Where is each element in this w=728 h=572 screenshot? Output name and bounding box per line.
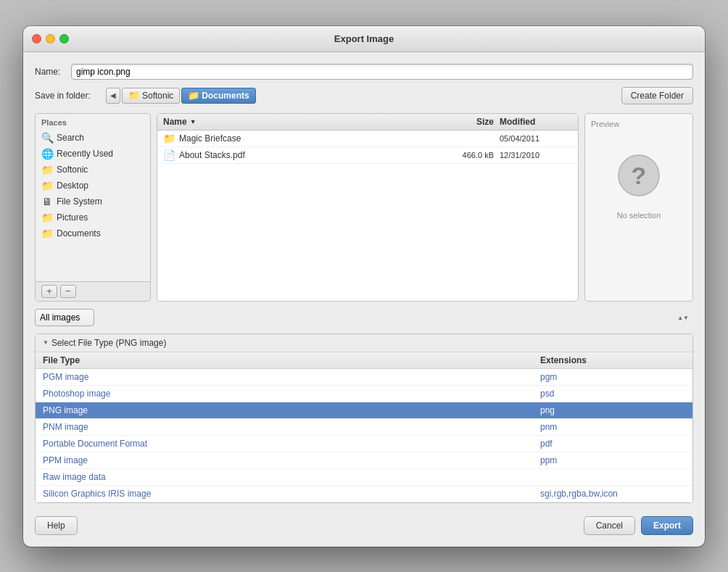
save-in-label: Save in folder: — [35, 91, 100, 101]
breadcrumb-nav: ◀ 📁 Softonic 📁 Documents — [106, 88, 256, 104]
places-search-label: Search — [57, 133, 84, 143]
pnm-ext-label: pnm — [540, 422, 685, 432]
file-table-body: 📁 Magic Briefcase 05/04/2011 📄 About Sta… — [157, 130, 578, 301]
breadcrumb-documents-label: Documents — [202, 91, 249, 101]
file-type-section-label: Select File Type (PNG image) — [51, 338, 167, 348]
size-column-label: Size — [476, 117, 494, 127]
pdf-type-label: Portable Document Format — [43, 439, 540, 449]
folder-icon: 📁 — [163, 133, 175, 144]
file-row-magic-briefcase[interactable]: 📁 Magic Briefcase 05/04/2011 — [157, 130, 578, 147]
file-type-col-label: File Type — [43, 355, 540, 365]
places-recently-used-label: Recently Used — [57, 149, 113, 159]
pgm-type-label: PGM image — [43, 372, 540, 382]
pictures-folder-icon: 📁 — [41, 212, 53, 223]
folder-icon-active: 📁 — [188, 90, 199, 101]
pgm-ext-label: pgm — [540, 372, 685, 382]
filter-row: All images PNG image JPEG image TIFF ima… — [35, 309, 693, 326]
places-filesystem-label: File System — [57, 196, 102, 207]
places-item-search[interactable]: 🔍 Search — [36, 130, 150, 146]
col-size-header[interactable]: Size — [442, 117, 500, 127]
breadcrumb-softonic[interactable]: 📁 Softonic — [122, 88, 180, 104]
file-type-ppm[interactable]: PPM image ppm — [36, 452, 692, 469]
window-title: Export Image — [334, 33, 394, 44]
dialog-content: Name: Save in folder: ◀ 📁 Softonic 📁 Doc… — [23, 52, 705, 547]
places-panel: Places 🔍 Search 🌐 Recently Used 📁 Softon… — [35, 113, 151, 281]
places-item-documents[interactable]: 📁 Documents — [36, 225, 150, 241]
places-desktop-label: Desktop — [57, 181, 88, 191]
search-icon: 🔍 — [41, 132, 53, 144]
raw-type-label: Raw image data — [43, 472, 540, 482]
recently-used-icon: 🌐 — [41, 148, 53, 159]
col-modified-header[interactable]: Modified — [500, 117, 572, 127]
no-selection-label: No selection — [617, 211, 661, 220]
filesystem-icon: 🖥 — [41, 196, 53, 207]
col-name-header[interactable]: Name ▼ — [163, 117, 442, 127]
minimize-button[interactable] — [46, 34, 55, 43]
places-documents-label: Documents — [57, 228, 101, 239]
file-type-header[interactable]: ▼ Select File Type (PNG image) — [36, 334, 692, 352]
breadcrumb-documents[interactable]: 📁 Documents — [181, 88, 255, 104]
file-type-pnm[interactable]: PNM image pnm — [36, 419, 692, 436]
file-type-png[interactable]: PNG image png — [36, 402, 692, 419]
places-panel-wrapper: Places 🔍 Search 🌐 Recently Used 📁 Softon… — [35, 113, 151, 302]
places-remove-button[interactable]: − — [60, 285, 76, 298]
save-in-row: Save in folder: ◀ 📁 Softonic 📁 Documents… — [35, 87, 693, 104]
documents-folder-icon: 📁 — [41, 228, 53, 239]
help-button[interactable]: Help — [35, 516, 78, 535]
file-name-about-stacks: About Stacks.pdf — [179, 150, 442, 160]
cancel-button[interactable]: Cancel — [584, 516, 635, 535]
filter-select-wrapper: All images PNG image JPEG image TIFF ima… — [35, 309, 693, 326]
ppm-type-label: PPM image — [43, 455, 540, 465]
softonic-folder-icon: 📁 — [41, 164, 53, 175]
file-size-about-stacks: 466.0 kB — [442, 151, 500, 159]
ppm-ext-label: ppm — [540, 455, 685, 465]
file-date-magic-briefcase: 05/04/2011 — [500, 134, 572, 143]
maximize-button[interactable] — [59, 34, 69, 43]
bottom-buttons: Help Cancel Export — [35, 512, 693, 535]
name-column-label: Name — [163, 117, 187, 127]
sort-arrow: ▼ — [190, 118, 197, 125]
name-input[interactable] — [71, 64, 693, 80]
places-item-desktop[interactable]: 📁 Desktop — [36, 178, 150, 194]
nav-back-button[interactable]: ◀ — [106, 88, 120, 104]
name-label: Name: — [35, 67, 64, 77]
file-name-magic-briefcase: Magic Briefcase — [179, 133, 442, 144]
places-item-pictures[interactable]: 📁 Pictures — [36, 210, 150, 225]
places-item-softonic[interactable]: 📁 Softonic — [36, 162, 150, 178]
main-area: Places 🔍 Search 🌐 Recently Used 📁 Softon… — [35, 113, 693, 302]
export-image-dialog: Export Image Name: Save in folder: ◀ 📁 S… — [23, 26, 705, 547]
png-type-label: PNG image — [43, 405, 540, 415]
export-button[interactable]: Export — [641, 516, 693, 535]
places-item-recently-used[interactable]: 🌐 Recently Used — [36, 146, 150, 162]
file-type-table-header: File Type Extensions — [36, 352, 692, 369]
expand-triangle-icon: ▼ — [43, 339, 49, 346]
places-add-button[interactable]: + — [41, 285, 57, 298]
pdf-ext-label: pdf — [540, 439, 685, 449]
file-type-psd[interactable]: Photoshop image psd — [36, 386, 692, 402]
preview-panel: Preview ? No selection — [584, 113, 693, 302]
file-type-raw[interactable]: Raw image data — [36, 469, 692, 486]
file-row-about-stacks[interactable]: 📄 About Stacks.pdf 466.0 kB 12/31/2010 — [157, 147, 578, 164]
preview-icon: ? — [613, 150, 664, 201]
psd-type-label: Photoshop image — [43, 389, 540, 399]
back-arrow-icon: ◀ — [110, 91, 116, 99]
folder-icon: 📁 — [128, 90, 140, 101]
preview-label: Preview — [591, 120, 619, 128]
file-type-sgi[interactable]: Silicon Graphics IRIS image sgi,rgb,rgba… — [36, 486, 692, 502]
file-type-pdf[interactable]: Portable Document Format pdf — [36, 436, 692, 452]
breadcrumb-softonic-label: Softonic — [142, 91, 173, 101]
file-type-pgm[interactable]: PGM image pgm — [36, 369, 692, 386]
create-folder-button[interactable]: Create Folder — [621, 87, 693, 104]
modified-column-label: Modified — [500, 117, 535, 127]
name-row: Name: — [35, 64, 693, 80]
titlebar: Export Image — [23, 26, 705, 52]
desktop-folder-icon: 📁 — [41, 180, 53, 191]
close-button[interactable] — [32, 34, 41, 43]
psd-ext-label: psd — [540, 389, 685, 399]
sgi-type-label: Silicon Graphics IRIS image — [43, 489, 540, 499]
places-pictures-label: Pictures — [57, 212, 88, 223]
filter-select[interactable]: All images PNG image JPEG image TIFF ima… — [35, 309, 94, 326]
file-date-about-stacks: 12/31/2010 — [500, 151, 572, 159]
png-ext-label: png — [540, 405, 685, 415]
places-item-filesystem[interactable]: 🖥 File System — [36, 194, 150, 210]
